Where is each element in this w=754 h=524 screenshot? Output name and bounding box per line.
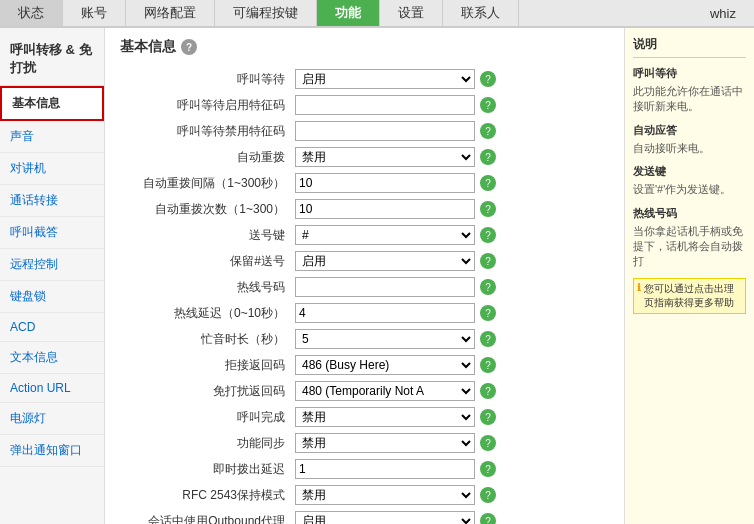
rp-section-title-3: 热线号码 bbox=[633, 206, 746, 221]
sidebar-item-intercom[interactable]: 对讲机 bbox=[0, 153, 104, 185]
help-keep-hash[interactable]: ? bbox=[480, 253, 496, 269]
help-auto-redial[interactable]: ? bbox=[480, 149, 496, 165]
input-call-waiting-enable[interactable] bbox=[295, 95, 475, 115]
rp-section-title-2: 发送键 bbox=[633, 164, 746, 179]
field-dnd-code: 免打扰返回码 480 (Temporarily Not A486 (Busy H… bbox=[120, 378, 609, 404]
label-call-complete: 呼叫完成 bbox=[120, 409, 295, 426]
label-call-waiting-enable: 呼叫等待启用特征码 bbox=[120, 97, 295, 114]
help-hotline-number[interactable]: ? bbox=[480, 279, 496, 295]
field-redial-times: 自动重拨次数（1~300） ? bbox=[120, 196, 609, 222]
sidebar: 呼叫转移 & 免打扰 基本信息 声音 对讲机 通话转接 呼叫截答 远程控制 键盘… bbox=[0, 28, 105, 524]
section-help-icon[interactable]: ? bbox=[181, 39, 197, 55]
help-instant-dial-delay[interactable]: ? bbox=[480, 461, 496, 477]
label-hotline-number: 热线号码 bbox=[120, 279, 295, 296]
right-panel-section-hotline: 热线号码 当你拿起话机手柄或免提下，话机将会自动拨打 bbox=[633, 206, 746, 270]
sidebar-item-popup[interactable]: 弹出通知窗口 bbox=[0, 435, 104, 467]
help-call-complete[interactable]: ? bbox=[480, 409, 496, 425]
field-rfc2543: RFC 2543保持模式 禁用启用 ? bbox=[120, 482, 609, 508]
help-reject-code[interactable]: ? bbox=[480, 357, 496, 373]
main-content: 基本信息 ? 呼叫等待 启用禁用 ? 呼叫等待启用特征码 ? 呼叫等待禁用特征码 bbox=[105, 28, 624, 524]
note-text: 您可以通过点击出理页指南获得更多帮助 bbox=[644, 282, 742, 310]
help-dnd-code[interactable]: ? bbox=[480, 383, 496, 399]
nav-settings[interactable]: 设置 bbox=[380, 0, 443, 26]
field-busy-tone: 忙音时长（秒） 510 ? bbox=[120, 326, 609, 352]
select-rfc2543[interactable]: 禁用启用 bbox=[295, 485, 475, 505]
nav-programmable[interactable]: 可编程按键 bbox=[215, 0, 317, 26]
help-call-waiting-disable[interactable]: ? bbox=[480, 123, 496, 139]
input-hotline-delay[interactable] bbox=[295, 303, 475, 323]
sidebar-item-pickup[interactable]: 呼叫截答 bbox=[0, 217, 104, 249]
label-auto-redial: 自动重拨 bbox=[120, 149, 295, 166]
select-reject-code[interactable]: 486 (Busy Here)480 (Temporarily Not A) bbox=[295, 355, 475, 375]
input-redial-times[interactable] bbox=[295, 199, 475, 219]
nav-status[interactable]: 状态 bbox=[0, 0, 63, 26]
note-icon: ℹ bbox=[637, 282, 641, 293]
help-feature-sync[interactable]: ? bbox=[480, 435, 496, 451]
sidebar-item-transfer[interactable]: 通话转接 bbox=[0, 185, 104, 217]
label-dnd-code: 免打扰返回码 bbox=[120, 383, 295, 400]
rp-section-title-0: 呼叫等待 bbox=[633, 66, 746, 81]
section-title: 基本信息 ? bbox=[120, 38, 609, 56]
help-redial-times[interactable]: ? bbox=[480, 201, 496, 217]
field-keep-hash: 保留#送号 启用禁用 ? bbox=[120, 248, 609, 274]
help-busy-tone[interactable]: ? bbox=[480, 331, 496, 347]
field-call-waiting-enable-code: 呼叫等待启用特征码 ? bbox=[120, 92, 609, 118]
help-hotline-delay[interactable]: ? bbox=[480, 305, 496, 321]
field-call-waiting: 呼叫等待 启用禁用 ? bbox=[120, 66, 609, 92]
help-send-key[interactable]: ? bbox=[480, 227, 496, 243]
select-outbound-proxy[interactable]: 启用禁用 bbox=[295, 511, 475, 524]
select-dnd-code[interactable]: 480 (Temporarily Not A486 (Busy Here) bbox=[295, 381, 475, 401]
select-feature-sync[interactable]: 禁用启用 bbox=[295, 433, 475, 453]
select-send-key[interactable]: #* bbox=[295, 225, 475, 245]
help-redial-interval[interactable]: ? bbox=[480, 175, 496, 191]
control-redial-interval: ? bbox=[295, 173, 609, 193]
control-hotline-number: ? bbox=[295, 277, 609, 297]
nav-account[interactable]: 账号 bbox=[63, 0, 126, 26]
label-call-waiting: 呼叫等待 bbox=[120, 71, 295, 88]
right-panel-section-call-waiting: 呼叫等待 此功能允许你在通话中接听新来电。 bbox=[633, 66, 746, 115]
rp-section-title-1: 自动应答 bbox=[633, 123, 746, 138]
sidebar-item-remote[interactable]: 远程控制 bbox=[0, 249, 104, 281]
label-rfc2543: RFC 2543保持模式 bbox=[120, 487, 295, 504]
input-redial-interval[interactable] bbox=[295, 173, 475, 193]
nav-network[interactable]: 网络配置 bbox=[126, 0, 215, 26]
nav-contacts[interactable]: 联系人 bbox=[443, 0, 519, 26]
right-panel-note[interactable]: ℹ 您可以通过点击出理页指南获得更多帮助 bbox=[633, 278, 746, 314]
select-busy-tone[interactable]: 510 bbox=[295, 329, 475, 349]
label-send-key: 送号键 bbox=[120, 227, 295, 244]
control-call-waiting-enable: ? bbox=[295, 95, 609, 115]
select-auto-redial[interactable]: 禁用启用 bbox=[295, 147, 475, 167]
control-reject-code: 486 (Busy Here)480 (Temporarily Not A) ? bbox=[295, 355, 609, 375]
control-rfc2543: 禁用启用 ? bbox=[295, 485, 609, 505]
sidebar-item-action-url[interactable]: Action URL bbox=[0, 374, 104, 403]
label-busy-tone: 忙音时长（秒） bbox=[120, 331, 295, 348]
sidebar-item-acd[interactable]: ACD bbox=[0, 313, 104, 342]
label-instant-dial-delay: 即时拨出延迟 bbox=[120, 461, 295, 478]
sidebar-item-basic[interactable]: 基本信息 bbox=[0, 86, 104, 121]
select-call-waiting[interactable]: 启用禁用 bbox=[295, 69, 475, 89]
right-panel-title: 说明 bbox=[633, 36, 746, 58]
help-rfc2543[interactable]: ? bbox=[480, 487, 496, 503]
select-call-complete[interactable]: 禁用启用 bbox=[295, 407, 475, 427]
right-panel-section-send-key: 发送键 设置'#'作为发送键。 bbox=[633, 164, 746, 197]
select-keep-hash[interactable]: 启用禁用 bbox=[295, 251, 475, 271]
help-call-waiting[interactable]: ? bbox=[480, 71, 496, 87]
nav-function[interactable]: 功能 bbox=[317, 0, 380, 26]
right-panel-section-auto-answer: 自动应答 自动接听来电。 bbox=[633, 123, 746, 156]
right-panel: 说明 呼叫等待 此功能允许你在通话中接听新来电。 自动应答 自动接听来电。 发送… bbox=[624, 28, 754, 524]
label-reject-code: 拒接返回码 bbox=[120, 357, 295, 374]
layout: 呼叫转移 & 免打扰 基本信息 声音 对讲机 通话转接 呼叫截答 远程控制 键盘… bbox=[0, 28, 754, 524]
sidebar-item-led[interactable]: 电源灯 bbox=[0, 403, 104, 435]
input-hotline-number[interactable] bbox=[295, 277, 475, 297]
field-send-key: 送号键 #* ? bbox=[120, 222, 609, 248]
help-call-waiting-enable[interactable]: ? bbox=[480, 97, 496, 113]
control-call-waiting: 启用禁用 ? bbox=[295, 69, 609, 89]
top-nav: 状态 账号 网络配置 可编程按键 功能 设置 联系人 whiz bbox=[0, 0, 754, 28]
input-instant-dial-delay[interactable] bbox=[295, 459, 475, 479]
sidebar-item-sms[interactable]: 文本信息 bbox=[0, 342, 104, 374]
sidebar-item-sound[interactable]: 声音 bbox=[0, 121, 104, 153]
sidebar-item-keylock[interactable]: 键盘锁 bbox=[0, 281, 104, 313]
rp-section-text-1: 自动接听来电。 bbox=[633, 141, 746, 156]
input-call-waiting-disable[interactable] bbox=[295, 121, 475, 141]
help-outbound-proxy[interactable]: ? bbox=[480, 513, 496, 524]
